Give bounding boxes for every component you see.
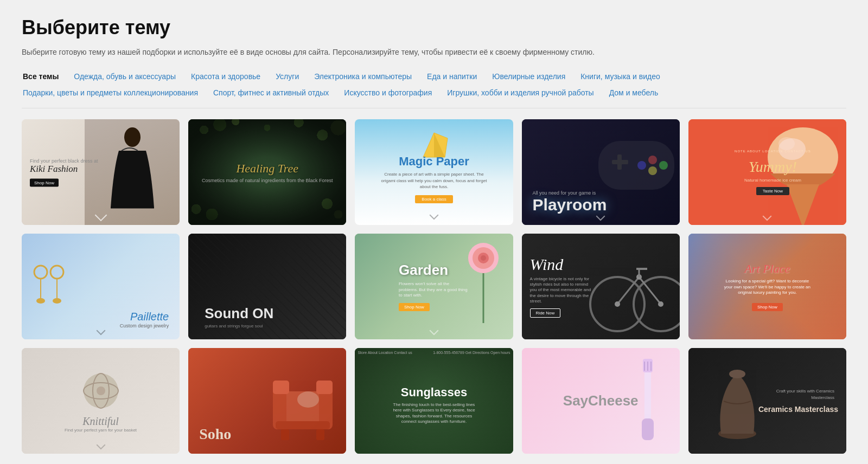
magic-desc: Create a piece of art with a simple pape… (380, 171, 488, 190)
sunglasses-desc: The finishing touch to the best-selling … (391, 402, 477, 425)
nav-item-services[interactable]: Услуги (275, 70, 300, 83)
page-title: Выберите тему (22, 16, 846, 39)
yarn-svg (79, 369, 123, 413)
svg-point-6 (648, 156, 657, 164)
nav-item-food[interactable]: Еда и напитки (426, 70, 478, 83)
healing-subtitle: Cosmetics made of natural ingredients fr… (202, 178, 333, 183)
theme-card-paillette[interactable]: Paillette Custom design jewelry (22, 234, 180, 339)
wind-desc: A vintage bicycle is not only for stylis… (530, 276, 595, 305)
theme-card-garden[interactable]: Garden Flowers won't solve all the probl… (355, 234, 513, 339)
svg-point-17 (50, 266, 63, 279)
kiki-btn: Shop Now (30, 178, 59, 186)
svg-point-21 (53, 298, 61, 304)
svg-point-20 (36, 298, 45, 304)
nav-divider (22, 108, 846, 108)
svg-point-7 (659, 161, 668, 170)
kiki-figure-svg (108, 126, 157, 218)
svg-point-9 (648, 166, 657, 175)
knittiful-title: Knittiful (82, 415, 119, 428)
svg-point-40 (97, 386, 105, 395)
svg-point-28 (634, 277, 680, 331)
themes-grid-row2: Paillette Custom design jewelry Sound ON… (22, 234, 846, 339)
theme-card-knittiful[interactable]: Knittiful Find your perfect yarn for you… (22, 348, 180, 454)
svg-point-0 (124, 127, 141, 147)
nav-item-toys[interactable]: Игрушки, хобби и изделия ручной работы (446, 86, 595, 99)
theme-card-healing[interactable]: Healing Tree Cosmetics made of natural i… (188, 119, 346, 225)
svg-point-14 (778, 137, 795, 150)
artplace-btn: Shop Now (752, 303, 783, 311)
soho-title: Soho (199, 426, 231, 443)
magic-btn: Book a class (415, 195, 452, 203)
svg-rect-45 (273, 381, 289, 394)
theme-card-artplace[interactable]: Art Place Looking for a special gift? Wa… (688, 234, 846, 339)
paillette-sub: Custom design jewelry (120, 323, 169, 328)
saycheese-title: SayCheese (563, 392, 639, 409)
svg-rect-46 (316, 381, 333, 394)
playroom-sub: All you need for your game is (533, 190, 607, 196)
nav-item-electronics[interactable]: Электроника и компьютеры (313, 70, 413, 83)
garden-btn: Shop Now (399, 303, 430, 311)
nav-row-2: Подарки, цветы и предметы коллекциониров… (22, 86, 846, 99)
themes-grid-row1: Find your perfect black dress at Kiki Fa… (22, 119, 846, 225)
svg-rect-44 (276, 421, 330, 429)
svg-rect-47 (281, 429, 289, 440)
wind-title: Wind (530, 255, 595, 274)
page-container: Выберите тему Выберите готовую тему из н… (0, 0, 868, 464)
svg-rect-11 (617, 154, 622, 170)
theme-card-sunglasses[interactable]: Store About Location Contact us 1-800-55… (355, 348, 513, 454)
ceramics-title: Ceramics Masterclass (758, 405, 838, 414)
theme-card-kiki[interactable]: Find your perfect black dress at Kiki Fa… (22, 119, 180, 225)
nav-item-books[interactable]: Книги, музыка и видео (579, 70, 661, 83)
paillette-chevron-icon (98, 327, 104, 334)
theme-card-wind[interactable]: Wind A vintage bicycle is not only for s… (522, 234, 680, 339)
theme-card-saycheese[interactable]: SayCheese (522, 348, 680, 454)
garden-title: Garden (399, 262, 469, 279)
sofa-svg (270, 359, 335, 446)
bicycle-svg (585, 234, 680, 339)
wind-btn: Ride Now (530, 308, 561, 318)
svg-point-49 (297, 391, 319, 408)
theme-card-soho[interactable]: Soho (188, 348, 346, 454)
sunglasses-title: Sunglasses (391, 385, 477, 399)
svg-point-57 (729, 370, 745, 378)
svg-line-31 (617, 277, 639, 304)
paillette-title: Paillette (120, 311, 169, 323)
kiki-brand: Kiki Fashion (30, 163, 98, 174)
yummy-desc: Natural homemade ice cream (735, 178, 811, 183)
nav-row-1: Все темы Одежда, обувь и аксессуары Крас… (22, 70, 846, 83)
themes-grid-row3: Knittiful Find your perfect yarn for you… (22, 348, 846, 454)
nav-item-sport[interactable]: Спорт, фитнес и активный отдых (212, 86, 330, 99)
theme-card-yummy[interactable]: Note About Location Contact us Yummy! Na… (688, 119, 846, 225)
nav-item-art[interactable]: Искусство и фотография (343, 86, 433, 99)
nav-item-home[interactable]: Дом и мебель (608, 86, 660, 99)
artplace-desc: Looking for a special gift? Want to deco… (724, 279, 810, 295)
magic-chevron-icon (431, 212, 437, 218)
svg-line-30 (639, 277, 661, 304)
sound-title: Sound ON (205, 305, 273, 322)
svg-point-34 (658, 301, 663, 307)
knittiful-desc: Find your perfect yarn for your basket (65, 428, 137, 433)
svg-rect-48 (316, 429, 324, 440)
nav-item-jewelry[interactable]: Ювелирные изделия (491, 70, 566, 83)
nav-item-gifts[interactable]: Подарки, цветы и предметы коллекциониров… (22, 86, 199, 99)
yummy-nav: Note About Location Contact us (735, 150, 811, 153)
theme-card-ceramics[interactable]: Craft your skills with Ceramics Mastercl… (688, 348, 846, 454)
yummy-btn: Taste Now (756, 187, 789, 195)
nav-item-clothes[interactable]: Одежда, обувь и аксессуары (73, 70, 177, 83)
nav-item-beauty[interactable]: Красота и здоровье (190, 70, 261, 83)
kiki-find-text: Find your perfect black dress at (30, 158, 98, 163)
nav-item-all[interactable]: Все темы (22, 70, 60, 83)
theme-card-playroom[interactable]: All you need for your game is Playroom (522, 119, 680, 225)
theme-card-sound[interactable]: Sound ON guitars and strings forgue soul (188, 234, 346, 339)
sound-sub: guitars and strings forgue soul (205, 324, 273, 328)
yummy-chevron-icon (764, 213, 770, 220)
knittiful-chevron-icon (98, 442, 104, 448)
page-description: Выберите готовую тему из нашей подборки … (22, 47, 846, 58)
garden-chevron-icon (431, 327, 437, 334)
theme-card-magic[interactable]: Magic Paper Create a piece of art with a… (355, 119, 513, 225)
healing-title: Healing Tree (202, 162, 333, 176)
yummy-title: Yummy! (735, 158, 811, 176)
svg-point-26 (481, 255, 486, 261)
svg-point-16 (34, 266, 47, 279)
artplace-title: Art Place (724, 262, 810, 276)
